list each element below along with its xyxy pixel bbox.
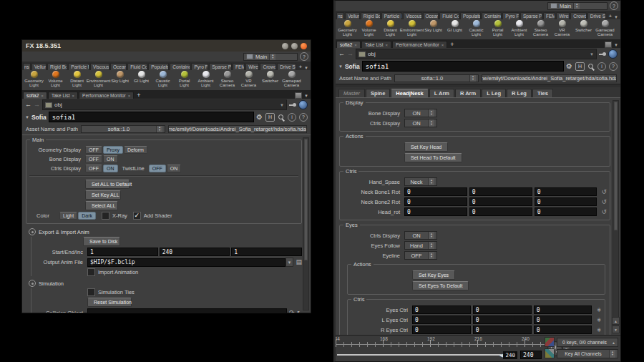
shelf-tab[interactable]: Vellum bbox=[345, 12, 360, 19]
bone-display-dropdown[interactable]: ON bbox=[404, 109, 437, 117]
keyframe-options-icon[interactable] bbox=[545, 337, 555, 347]
desktop-selector[interactable]: Main bbox=[243, 53, 298, 61]
spinner-icon[interactable] bbox=[428, 109, 434, 117]
shelf-tab[interactable]: Populate... bbox=[148, 63, 169, 70]
spinner-icon[interactable] bbox=[269, 54, 275, 60]
chevron-down-icon[interactable] bbox=[590, 52, 594, 57]
maximize-button[interactable] bbox=[291, 43, 298, 49]
pane-tab-performance-monitor[interactable]: Performance Monitor bbox=[392, 41, 447, 48]
spinner-icon[interactable] bbox=[428, 242, 434, 249]
node-name-field[interactable]: sofia1 bbox=[362, 61, 564, 72]
close-icon[interactable] bbox=[128, 94, 131, 98]
spinner-icon[interactable] bbox=[469, 75, 476, 82]
shelf-tab[interactable]: Sparse Py... bbox=[520, 12, 542, 19]
op-path-icon[interactable]: ↷ bbox=[289, 310, 295, 313]
collision-object-field[interactable] bbox=[87, 308, 287, 313]
add-pane-tab-button[interactable]: + bbox=[448, 41, 456, 48]
export-import-section-header[interactable]: Export & Import Anim bbox=[29, 228, 302, 235]
shelf-tab[interactable]: Particle F... bbox=[381, 12, 402, 19]
simulation-section-header[interactable]: Simulation bbox=[29, 280, 302, 287]
shelf-tab[interactable]: Pyro FX bbox=[191, 63, 208, 70]
shelf-tab[interactable]: Oceans bbox=[110, 63, 127, 70]
shelf-tool[interactable]: Volume Light bbox=[358, 20, 379, 39]
set-key-head-button[interactable]: Set Key Head bbox=[404, 142, 448, 152]
spinner-icon[interactable] bbox=[428, 232, 434, 239]
shelf-tool[interactable]: VR Camera bbox=[238, 71, 259, 90]
asset-name-dropdown[interactable]: sofia::1.0 bbox=[81, 125, 165, 133]
shelf-tab[interactable]: Populate... bbox=[460, 12, 481, 19]
collapse-icon[interactable] bbox=[29, 228, 36, 235]
simulation-ties-checkbox[interactable] bbox=[87, 288, 95, 296]
spinner-icon[interactable] bbox=[428, 252, 434, 259]
shelf-tab[interactable]: FEM bbox=[543, 12, 555, 19]
toggle-off[interactable]: OFF bbox=[85, 155, 102, 163]
shelf-tab[interactable]: Drive Si... bbox=[587, 12, 607, 19]
jack-icon[interactable]: ∗ bbox=[596, 317, 602, 323]
shelf-tool[interactable]: Caustic Light bbox=[152, 71, 173, 90]
pane-menu-icon[interactable] bbox=[304, 94, 308, 98]
pane-menu-icon[interactable] bbox=[614, 43, 618, 47]
eyes-follow-dropdown[interactable]: Hand bbox=[404, 241, 437, 250]
shelf-tab[interactable]: Wires bbox=[245, 63, 259, 70]
tab-r-arm[interactable]: R Arm bbox=[455, 89, 481, 97]
end-frame-field[interactable]: 240 bbox=[520, 351, 542, 359]
shelf-tab[interactable]: Viscous... bbox=[90, 63, 109, 70]
minimize-button[interactable] bbox=[282, 43, 288, 49]
eyes-ctrl-x[interactable]: 0 bbox=[412, 305, 471, 314]
shelf-tab-fragment[interactable]: ns bbox=[336, 12, 344, 19]
eyes-ctrls-display-dropdown[interactable]: ON bbox=[404, 231, 437, 240]
help-icon[interactable] bbox=[299, 113, 308, 122]
shelf-tool[interactable]: Volume Light bbox=[45, 71, 66, 90]
close-icon[interactable] bbox=[441, 43, 444, 47]
gear-icon[interactable] bbox=[566, 63, 572, 70]
shelf-tab[interactable]: Wires bbox=[556, 12, 570, 19]
revert-icon[interactable]: ↺ bbox=[601, 189, 607, 195]
pane-tab-take-list[interactable]: Take List bbox=[361, 41, 391, 48]
toggle-on[interactable]: ON bbox=[103, 165, 118, 172]
help-icon[interactable] bbox=[610, 1, 618, 10]
timeline-ruler[interactable]: 144 168 192 216 240 bbox=[336, 336, 547, 347]
shelf-tool[interactable]: Geometry Light bbox=[24, 71, 44, 90]
frame-slider[interactable]: ◀ 240 bbox=[337, 351, 517, 358]
select-node-icon[interactable]: ↖ bbox=[296, 310, 302, 313]
shelf-tab-fragment[interactable]: ns bbox=[23, 63, 31, 70]
back-arrow-icon[interactable]: ← bbox=[25, 102, 31, 108]
r-eyes-ctrl-x[interactable]: 0 bbox=[412, 326, 471, 334]
shelf-tool[interactable]: Ambient Light bbox=[195, 71, 216, 90]
neck-bone2-rot-y[interactable]: 0 bbox=[469, 197, 532, 206]
shelf-add-tab-button[interactable]: + bbox=[297, 64, 303, 70]
asset-path-dropdown[interactable]: /home/emilyf/Downloads/Andrei_Sofia_reta… bbox=[168, 125, 307, 133]
add-pane-tab-button[interactable]: + bbox=[135, 92, 142, 99]
search-icon[interactable] bbox=[587, 63, 595, 70]
save-to-disk-button[interactable]: Save to Disk bbox=[83, 237, 120, 246]
info-icon[interactable] bbox=[288, 113, 296, 122]
neck-bone1-rot-x[interactable]: 0 bbox=[404, 187, 467, 196]
shelf-tab[interactable]: Sparse Py... bbox=[209, 63, 232, 70]
collapse-icon[interactable] bbox=[29, 280, 36, 287]
shelf-tab[interactable]: Fluid Co... bbox=[439, 12, 459, 19]
pane-layout-icon[interactable] bbox=[295, 92, 302, 99]
toggle-deform[interactable]: Deform bbox=[124, 146, 147, 154]
hand-spase-dropdown[interactable]: Neck bbox=[404, 177, 437, 186]
ctrls-display-dropdown[interactable]: ON bbox=[404, 119, 437, 127]
shelf-tab[interactable]: Drive Si... bbox=[277, 63, 296, 70]
shelf-tool[interactable]: GI Light bbox=[131, 71, 152, 90]
shelf-tab[interactable]: Containe... bbox=[170, 63, 190, 70]
file-chooser-icon[interactable]: ▤ bbox=[296, 259, 302, 265]
eyeline-dropdown[interactable]: OFF bbox=[404, 251, 437, 260]
neck-bone2-rot-x[interactable]: 0 bbox=[404, 197, 467, 206]
info-icon[interactable] bbox=[597, 62, 606, 71]
pane-tab-sofia2[interactable]: sofia2 bbox=[23, 92, 47, 99]
end-frame-field[interactable]: 240 bbox=[160, 248, 230, 256]
link-indicator-icon[interactable] bbox=[608, 49, 618, 59]
pane-layout-icon[interactable] bbox=[605, 41, 612, 48]
shelf-add-tab-button[interactable]: + bbox=[607, 13, 613, 19]
keys-info-dropdown[interactable]: 0 keys, 0/0 channels bbox=[557, 338, 618, 347]
pane-tab-sofia2[interactable]: sofia2 bbox=[336, 41, 361, 48]
shelf-tab[interactable]: Crowds bbox=[260, 63, 276, 70]
l-eyes-ctrl-x[interactable]: 0 bbox=[412, 315, 471, 324]
toggle-on[interactable]: ON bbox=[103, 155, 118, 163]
key-mode-dropdown[interactable]: Key All Channels bbox=[557, 349, 618, 358]
shelf-tool[interactable]: Stereo Camera bbox=[530, 20, 551, 39]
window-titlebar[interactable]: FX 18.5.351 bbox=[22, 40, 311, 52]
